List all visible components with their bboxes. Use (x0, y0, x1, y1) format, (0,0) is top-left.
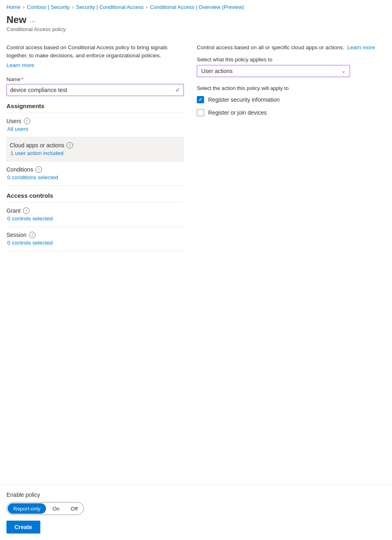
register-security-label: Register security information (208, 96, 279, 103)
left-learn-more[interactable]: Learn more (6, 62, 34, 68)
conditions-info-icon[interactable]: i (35, 166, 42, 173)
create-button[interactable]: Create (6, 521, 40, 534)
policy-applies-dropdown[interactable]: User actions ⌄ (197, 65, 350, 77)
users-info-icon[interactable]: i (24, 118, 30, 124)
action-label: Select the action this policy will apply… (197, 85, 386, 91)
breadcrumb-home[interactable]: Home (6, 4, 21, 10)
checkmark-icon: ✓ (198, 97, 202, 103)
register-devices-checkbox[interactable] (197, 109, 204, 116)
breadcrumb-sep-2: › (72, 4, 74, 10)
cloud-apps-info-icon[interactable]: i (67, 142, 73, 149)
grant-label: Grant (6, 207, 21, 214)
name-input-wrapper: ✓ (6, 84, 184, 96)
chevron-down-icon: ⌄ (342, 68, 346, 74)
bottom-bar: Enable policy Report-only On Off Create (0, 485, 392, 540)
breadcrumb-sep-1: › (23, 4, 25, 10)
select-label: Select what this policy applies to (197, 57, 386, 63)
conditions-label: Conditions (6, 166, 33, 173)
checkbox-row-register-devices: Register or join devices (197, 109, 386, 116)
toggle-report-only[interactable]: Report-only (8, 503, 46, 514)
name-section: Name* ✓ (6, 76, 184, 96)
users-value[interactable]: All users (6, 126, 184, 132)
toggle-group: Report-only On Off (6, 502, 386, 515)
page-header: New ... Conditional Access policy (0, 13, 392, 37)
cloud-apps-value[interactable]: 1 user action included (10, 150, 181, 156)
check-icon: ✓ (175, 87, 180, 93)
register-devices-label: Register or join devices (208, 109, 267, 116)
register-security-checkbox[interactable]: ✓ (197, 96, 204, 103)
right-learn-more[interactable]: Learn more (347, 44, 375, 50)
toggle-off[interactable]: Off (65, 502, 83, 515)
right-description: Control access based on all or specific … (197, 44, 386, 52)
breadcrumb-security-ca[interactable]: Security | Conditional Access (76, 4, 144, 10)
checkbox-row-register-security: ✓ Register security information (197, 96, 386, 103)
grant-info-icon[interactable]: i (23, 207, 29, 214)
users-label: Users (6, 118, 21, 124)
breadcrumb-ca-overview[interactable]: Conditional Access | Overview (Preview) (150, 4, 244, 10)
users-row: Users i All users (6, 113, 184, 137)
toggle-pill: Report-only On Off (6, 502, 84, 515)
cloud-apps-label: Cloud apps or actions (10, 142, 64, 149)
conditions-value[interactable]: 0 conditions selected (6, 174, 184, 180)
grant-row: Grant i 0 controls selected (6, 203, 184, 227)
main-content: Control access based on Conditional Acce… (0, 37, 392, 251)
left-panel: Control access based on Conditional Acce… (6, 44, 184, 251)
right-panel: Control access based on all or specific … (197, 44, 386, 122)
session-label: Session (6, 232, 27, 238)
page-subtitle: Conditional Access policy (6, 26, 386, 32)
left-description: Control access based on Conditional Acce… (6, 44, 184, 60)
cloud-apps-row[interactable]: Cloud apps or actions i 1 user action in… (6, 137, 184, 161)
breadcrumb-contoso-security[interactable]: Contoso | Security (27, 4, 70, 10)
assignments-header: Assignments (6, 96, 184, 113)
access-controls-header: Access controls (6, 186, 184, 203)
session-value[interactable]: 0 controls selected (6, 240, 184, 246)
name-label: Name* (6, 76, 184, 82)
dropdown-value: User actions (201, 68, 233, 74)
required-star: * (21, 76, 23, 82)
session-info-icon[interactable]: i (29, 232, 35, 238)
grant-value[interactable]: 0 controls selected (6, 216, 184, 222)
breadcrumb: Home › Contoso | Security › Security | C… (0, 0, 392, 13)
name-input[interactable] (7, 84, 183, 96)
toggle-on[interactable]: On (47, 502, 65, 515)
page-title-ellipsis: ... (29, 16, 35, 24)
session-row: Session i 0 controls selected (6, 227, 184, 251)
conditions-row: Conditions i 0 conditions selected (6, 161, 184, 186)
breadcrumb-sep-3: › (146, 4, 148, 10)
page-title-text: New (6, 14, 26, 25)
enable-policy-label: Enable policy (6, 492, 386, 498)
